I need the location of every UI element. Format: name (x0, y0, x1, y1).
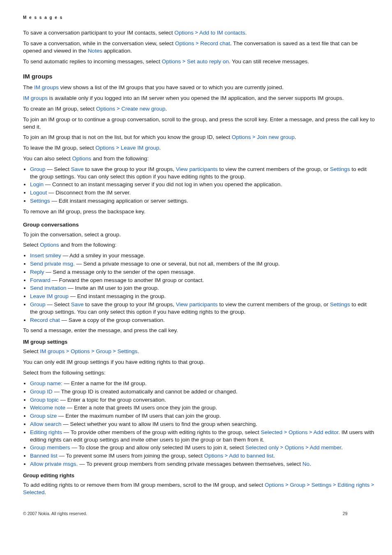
settings-p1: Select IM groups > Options > Group > Set… (23, 348, 376, 355)
chevron-icon: > (116, 145, 119, 150)
group-conversations-heading: Group conversations (23, 221, 376, 229)
options-link: Options (265, 482, 284, 488)
settings-link: Settings (118, 348, 138, 354)
settings-list: Group name: — Enter a name for the IM gr… (23, 380, 376, 468)
im-groups: IM groups (23, 95, 48, 101)
list-item: Group — Select Save to save the group to… (30, 166, 376, 180)
list-item: Send invitation — Invite an IM user to j… (30, 284, 376, 292)
key: Settings (330, 166, 350, 172)
key: Options (285, 444, 304, 451)
chevron-icon: > (196, 40, 198, 46)
text: Select (23, 242, 40, 248)
key: Record chat (30, 317, 60, 323)
options-link: Options (71, 348, 90, 354)
list-item: Welcome note — Enter a note that greets … (30, 404, 376, 412)
key: Save (71, 301, 84, 308)
list-item: Login — Connect to an instant messaging … (30, 181, 376, 188)
options-link: Options (72, 155, 92, 162)
text: — To provide other members of the group … (62, 429, 261, 435)
text: . (341, 444, 343, 451)
g-p2: IM groups is available only if you logge… (23, 95, 376, 102)
key: Group size (30, 413, 57, 419)
text: . (137, 348, 139, 354)
g-p7: You can also select Options and from the… (23, 155, 376, 162)
list-item: Group — Select Save to save the group to… (30, 301, 376, 316)
key: View participants (176, 166, 218, 172)
text: — Enter a name for the IM group. (62, 380, 147, 386)
im-groups: IM groups (34, 84, 59, 90)
text: The (23, 84, 34, 90)
g-p1: The IM groups view shows a list of the I… (23, 84, 376, 91)
key: Group members (30, 444, 70, 451)
g-p4: To join an IM group or to continue a gro… (23, 116, 376, 131)
key: Logout (30, 190, 47, 196)
conv-after: To send a message, enter the message, an… (23, 327, 376, 334)
text: To add editing rights to or remove them … (23, 482, 265, 488)
notes-app: Notes (88, 48, 102, 54)
create-new-group: Create new group (121, 106, 165, 112)
list-item: Editing rights — To provide other member… (30, 429, 376, 444)
key: Login (30, 181, 44, 187)
text: — Send a message only to the sender of t… (44, 269, 195, 275)
text: view shows a list of the IM groups that … (59, 84, 284, 90)
text: is available only if you logged into an … (48, 95, 344, 101)
text: — Select (46, 301, 71, 308)
key: Group (30, 166, 46, 172)
text: — Disconnect from the IM server. (47, 190, 131, 196)
text: — Enter a topic for the group conversati… (59, 397, 166, 403)
group-editing-rights-heading: Group editing rights (23, 472, 376, 479)
list-item: Allow private msgs. — To prevent group m… (30, 460, 376, 468)
text: — To close the group and allow only sele… (70, 444, 246, 451)
key: Forward (30, 277, 51, 283)
key: Selected (261, 429, 283, 435)
list-item: Group topic — Enter a topic for the grou… (30, 396, 376, 404)
chevron-icon: > (280, 444, 283, 450)
text: and from the following: (59, 242, 117, 248)
key: Settings (330, 301, 350, 308)
chevron-icon: > (182, 58, 185, 64)
key: View participants (176, 301, 218, 308)
key: Group (30, 301, 46, 308)
text: — Send a private message to one or sever… (75, 261, 280, 267)
chevron-icon: > (284, 429, 287, 435)
options-link: Options (175, 40, 194, 46)
chevron-icon: > (333, 482, 336, 488)
options-link: Options (232, 134, 251, 140)
group-link: Group (96, 348, 111, 354)
conv-p2: Select Options and from the following: (23, 241, 376, 249)
chevron-icon: > (307, 482, 310, 488)
chevron-icon: > (113, 348, 116, 354)
options-link: Options (95, 145, 115, 151)
list-item: Leave IM group — End instant messaging i… (30, 293, 376, 300)
im-groups-heading: IM groups (23, 72, 376, 81)
text: — Save a copy of the group conversation. (60, 317, 165, 323)
list-item: Forward — Forward the open message to an… (30, 277, 376, 284)
chevron-icon: > (252, 134, 255, 140)
text: — End instant messaging in the group. (69, 293, 166, 299)
chevron-icon: > (195, 30, 198, 35)
text: to save the group to your IM groups, (84, 301, 176, 308)
key: Selected only (245, 444, 279, 451)
list-item: Group members — To close the group and a… (30, 444, 376, 451)
text: — Add a smiley in your message. (61, 252, 145, 259)
list-item: Insert smiley — Add a smiley in your mes… (30, 252, 376, 259)
list-item: Group size — Enter the maximum number of… (30, 412, 376, 420)
chevron-icon: > (286, 482, 288, 488)
options-link: Options (174, 30, 194, 36)
g-p5: To join an IM group that is not on the l… (23, 134, 376, 141)
conv-p1: To join the conversation, select a group… (23, 231, 376, 238)
key: Group name: (30, 380, 62, 386)
im-groups: IM groups (40, 348, 65, 354)
text: and from the following: (91, 155, 149, 162)
text: Select (23, 348, 40, 354)
text: . You can still receive messages. (229, 58, 309, 65)
key: Reply (30, 269, 44, 275)
leave-im-group: Leave IM group (121, 145, 159, 151)
text: . (45, 489, 46, 495)
text: You can also select (23, 155, 72, 162)
list-item: Group ID — The group ID is created autom… (30, 388, 376, 395)
intro-p1: To save a conversation participant to yo… (23, 29, 376, 37)
text: — Select whether you want to allow IM us… (62, 421, 258, 427)
key: Add to banned list (229, 453, 273, 459)
list-item: Settings — Edit instant messaging applic… (30, 197, 376, 205)
